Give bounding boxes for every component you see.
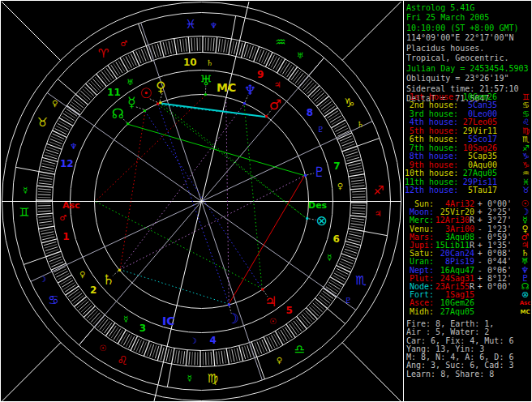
svg-text:♊: ♊	[19, 205, 29, 220]
planet-position-dot	[127, 122, 129, 125]
house-cusp-value: 5Tau17	[458, 186, 497, 195]
svg-text:♇: ♇	[317, 125, 324, 134]
svg-text:♂: ♂	[120, 39, 127, 48]
planet-velocity	[474, 291, 512, 299]
house-cusp-value: 27Aqu05	[458, 169, 497, 177]
planet-glyph-mercury: ☿	[127, 94, 135, 110]
astrolog-window: ♈♂♉♀♊☿♋☽♌☉♍☿♎♀♏♇♐♃♑♄♒♅♓♆1♂2♀3☿4☽5☉6☿7♀8♇…	[0, 0, 532, 402]
svg-text:IC: IC	[162, 314, 174, 327]
svg-text:♂: ♂	[59, 213, 66, 222]
svg-text:♋: ♋	[48, 293, 58, 307]
stats-line-6: Learn: 8, Share: 8	[406, 370, 532, 378]
svg-text:♇: ♇	[345, 296, 352, 305]
planet-position: 27Aqu05	[434, 308, 474, 316]
chart-wheel: ♈♂♉♀♊☿♋☽♌☉♍☿♎♀♏♇♐♃♑♄♒♅♓♆1♂2♀3☿4☽5☉6☿7♀8♇…	[1, 1, 404, 402]
info-panel: Astrolog 5.41GFri 25 March 200510:10:00 …	[405, 1, 532, 402]
planet-velocity: + 0°00'	[474, 283, 512, 291]
svg-text:☽: ☽	[190, 336, 197, 345]
planet-list: Sun:4Ari32+ 0°00'☉Moon:25Vir20+ 2°25'☽Me…	[405, 200, 531, 316]
svg-text:10: 10	[183, 57, 197, 68]
planet-icon: Asc	[519, 299, 531, 307]
house-label: 10th house:	[405, 169, 458, 177]
svg-text:4: 4	[209, 335, 216, 346]
house-cusp-lines	[2, 2, 401, 402]
header-line-2: 10:10:00 (ST +8:00 GMT)	[406, 24, 532, 33]
svg-text:♃: ♃	[273, 80, 281, 89]
svg-text:☽: ☽	[39, 275, 46, 284]
svg-text:Asc: Asc	[62, 200, 80, 211]
svg-text:5: 5	[285, 305, 292, 316]
header-line-5: Tropical, Geocentric.	[406, 53, 532, 63]
svg-text:2: 2	[90, 284, 97, 296]
svg-text:12: 12	[60, 158, 74, 169]
house-label: 12th house:	[405, 186, 458, 195]
planet-position-dot	[204, 93, 207, 96]
planet-glyph-moon: ☽	[226, 310, 238, 327]
svg-text:Des: Des	[308, 200, 328, 211]
svg-text:♆: ♆	[210, 21, 217, 30]
planet-glyph-pluto: ♇	[313, 164, 325, 180]
zodiac-sign-icon: ♒	[521, 169, 531, 177]
svg-text:☿: ☿	[327, 253, 332, 262]
svg-text:♀: ♀	[337, 182, 343, 190]
svg-text:♎: ♎	[294, 342, 305, 357]
zodiac-sign-icon: ♉	[521, 186, 531, 195]
planet-position-dot	[243, 102, 246, 105]
svg-text:11: 11	[107, 87, 121, 98]
svg-text:♄: ♄	[357, 120, 364, 129]
planet-position-dot	[157, 102, 159, 105]
planet-glyph-uranus: ♅	[200, 72, 212, 88]
panel-divider	[403, 1, 404, 402]
svg-text:♆: ♆	[70, 142, 77, 151]
svg-text:♄: ♄	[206, 58, 213, 67]
svg-text:☿: ☿	[23, 186, 28, 195]
svg-text:♀: ♀	[52, 99, 58, 108]
svg-text:♅: ♅	[297, 51, 304, 60]
planet-position-dot	[159, 101, 161, 104]
svg-text:♑: ♑	[344, 96, 354, 110]
house-row: 10th house:27Aqu05♒	[405, 169, 531, 177]
svg-text:♀: ♀	[277, 356, 282, 365]
planet-position-dot	[306, 217, 308, 220]
svg-text:6: 6	[332, 233, 339, 245]
planet-glyph-node: ☊	[112, 105, 124, 122]
planet-position-dot	[265, 115, 268, 118]
header-line-6: Julian Day = 2453454.5903	[406, 64, 532, 74]
header-line-0: Astrolog 5.41G	[406, 3, 532, 13]
planet-glyph-venus: ♀	[156, 79, 165, 95]
svg-text:☿: ☿	[187, 374, 191, 383]
svg-text:♅: ♅	[127, 78, 134, 87]
planet-glyph-fortune: ⊗	[315, 212, 327, 229]
svg-text:8: 8	[307, 107, 313, 118]
planet-glyph-sun: ☉	[140, 85, 152, 101]
planet-position-dot	[304, 174, 307, 177]
svg-text:☿: ☿	[123, 314, 128, 323]
svg-text:♉: ♉	[37, 115, 48, 130]
header-line-1: Fri 25 March 2005	[406, 13, 532, 23]
planet-glyph-mars: ♂	[269, 96, 281, 113]
svg-text:♐: ♐	[373, 183, 384, 198]
svg-text:♏: ♏	[355, 273, 367, 288]
chart-stats: Fire: 8, Earth: 1,Air : 5, Water: 2Car: …	[406, 320, 532, 378]
planet-position-dot	[144, 109, 146, 112]
svg-text:9: 9	[257, 69, 264, 80]
chart-header: Astrolog 5.41GFri 25 March 200510:10:00 …	[406, 3, 532, 105]
svg-text:3: 3	[139, 323, 146, 334]
header-line-3: 114°09'00"E 22°17'00"N	[406, 33, 532, 43]
planet-glyph-jupiter: ♃	[264, 293, 277, 310]
planet-glyph-saturn: ♄	[102, 272, 114, 288]
planet-icon: ⊗	[519, 291, 531, 299]
planet-icon: MC	[519, 308, 531, 316]
planet-position-dot	[261, 288, 264, 290]
svg-text:♌: ♌	[117, 353, 127, 368]
planet-row: Midh:27Aqu05MC	[405, 308, 531, 316]
planet-position-dot	[118, 269, 121, 272]
svg-text:♀: ♀	[79, 270, 85, 279]
planet-velocity	[474, 308, 512, 316]
svg-text:♃: ♃	[375, 209, 382, 218]
svg-text:♈: ♈	[98, 46, 109, 61]
header-line-4: Placidus houses.	[406, 44, 532, 53]
planet-velocity	[474, 299, 512, 307]
svg-text:♒: ♒	[275, 35, 285, 49]
planet-glyph-neptune: ♆	[244, 82, 256, 98]
